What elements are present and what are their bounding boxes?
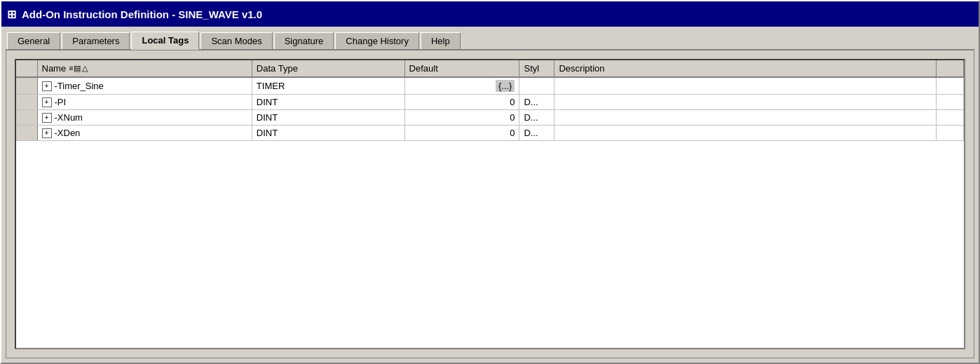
content-area: Name ≡▤ △ Data Type Default Styl Descrip… bbox=[6, 49, 974, 358]
name-cell: +-XNum bbox=[37, 110, 252, 126]
data-type-cell: DINT bbox=[252, 110, 404, 126]
window-title: Add-On Instruction Definition - SINE_WAV… bbox=[22, 8, 262, 20]
sort-icons: ≡▤ △ bbox=[69, 64, 87, 73]
name-cell: +-XDen bbox=[37, 126, 252, 141]
extra-cell bbox=[936, 77, 963, 95]
col-header-style: Styl bbox=[519, 60, 554, 77]
col-header-default: Default bbox=[404, 60, 519, 77]
col-header-datatype: Data Type bbox=[252, 60, 404, 77]
sort-list-icon: ≡▤ bbox=[69, 64, 80, 73]
style-cell: D... bbox=[519, 126, 554, 141]
tab-parameters[interactable]: Parameters bbox=[62, 32, 130, 50]
data-type-cell: DINT bbox=[252, 126, 404, 141]
main-window: ⊞ Add-On Instruction Definition - SINE_W… bbox=[0, 0, 980, 364]
style-cell bbox=[519, 77, 554, 95]
default-cell: 0 bbox=[404, 95, 519, 110]
description-cell bbox=[554, 95, 936, 110]
window-icon: ⊞ bbox=[7, 8, 16, 21]
data-type-cell: TIMER bbox=[252, 77, 404, 95]
table-row: +-PIDINT0D... bbox=[16, 95, 964, 110]
default-braces: {...} bbox=[496, 80, 515, 92]
tab-scan-modes[interactable]: Scan Modes bbox=[200, 32, 272, 50]
extra-cell bbox=[936, 126, 963, 141]
description-cell bbox=[554, 110, 936, 126]
col-header-rownum bbox=[16, 60, 37, 77]
local-tags-table: Name ≡▤ △ Data Type Default Styl Descrip… bbox=[16, 60, 964, 141]
default-cell: {...} bbox=[404, 77, 519, 95]
data-table-container: Name ≡▤ △ Data Type Default Styl Descrip… bbox=[15, 59, 965, 349]
extra-cell bbox=[936, 95, 963, 110]
table-row: +-Timer_SineTIMER{...} bbox=[16, 77, 964, 95]
tab-signature[interactable]: Signature bbox=[274, 32, 334, 50]
row-number-cell bbox=[16, 77, 37, 95]
table-row: +-XNumDINT0D... bbox=[16, 110, 964, 126]
tab-bar: GeneralParametersLocal TagsScan ModesSig… bbox=[1, 27, 979, 49]
tab-local-tags[interactable]: Local Tags bbox=[131, 32, 199, 50]
tab-general[interactable]: General bbox=[7, 32, 60, 50]
title-bar: ⊞ Add-On Instruction Definition - SINE_W… bbox=[1, 1, 979, 27]
name-cell: +-Timer_Sine bbox=[37, 77, 252, 95]
sort-asc-icon: △ bbox=[82, 64, 88, 73]
col-header-name: Name ≡▤ △ bbox=[37, 60, 252, 77]
expand-button[interactable]: + bbox=[42, 81, 52, 91]
table-header-row: Name ≡▤ △ Data Type Default Styl Descrip… bbox=[16, 60, 964, 77]
row-number-cell bbox=[16, 126, 37, 141]
extra-cell bbox=[936, 110, 963, 126]
default-cell: 0 bbox=[404, 126, 519, 141]
expand-button[interactable]: + bbox=[42, 128, 52, 138]
style-cell: D... bbox=[519, 110, 554, 126]
tab-change-history[interactable]: Change History bbox=[335, 32, 419, 50]
description-cell bbox=[554, 77, 936, 95]
data-type-cell: DINT bbox=[252, 95, 404, 110]
table-row: +-XDenDINT0D... bbox=[16, 126, 964, 141]
row-number-cell bbox=[16, 95, 37, 110]
col-header-description: Description bbox=[554, 60, 936, 77]
style-cell: D... bbox=[519, 95, 554, 110]
description-cell bbox=[554, 126, 936, 141]
tab-help[interactable]: Help bbox=[421, 32, 461, 50]
default-cell: 0 bbox=[404, 110, 519, 126]
row-number-cell bbox=[16, 110, 37, 126]
expand-button[interactable]: + bbox=[42, 113, 52, 123]
col-header-extra bbox=[936, 60, 963, 77]
name-cell: +-PI bbox=[37, 95, 252, 110]
expand-button[interactable]: + bbox=[42, 97, 52, 107]
